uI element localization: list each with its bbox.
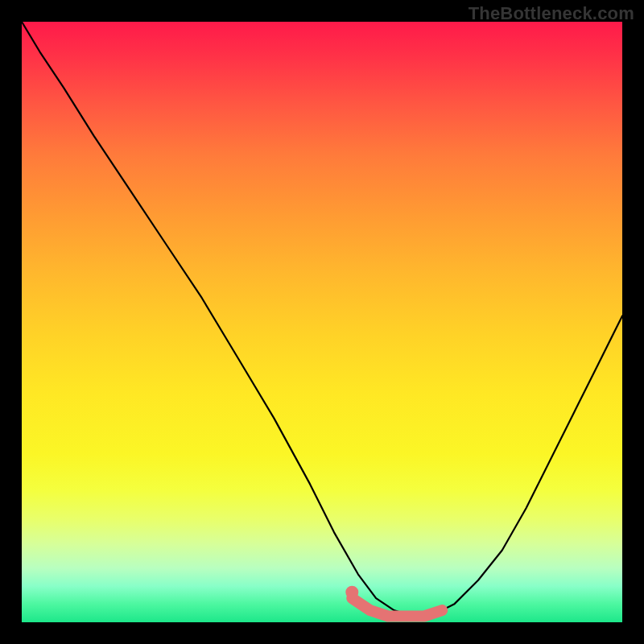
bottleneck-curve — [22, 22, 622, 617]
plot-area — [22, 22, 622, 622]
optimal-dot — [345, 586, 358, 599]
optimal-range-highlight — [352, 598, 442, 616]
chart-frame: TheBottleneck.com — [0, 0, 644, 644]
watermark-text: TheBottleneck.com — [469, 3, 634, 24]
curve-svg — [22, 22, 622, 622]
